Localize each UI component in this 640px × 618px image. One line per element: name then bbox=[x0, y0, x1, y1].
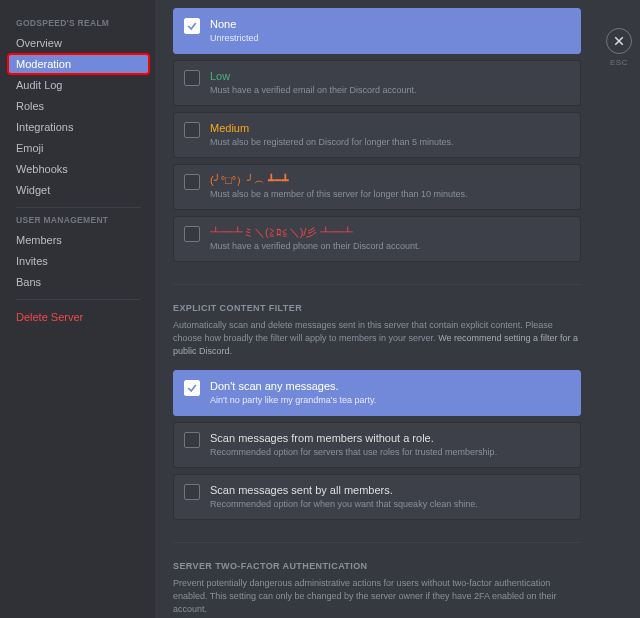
option-title: None bbox=[210, 17, 570, 31]
sidebar-item-audit-log[interactable]: Audit Log bbox=[8, 75, 149, 95]
settings-main: ESC None Unrestricted Low Must have a ve… bbox=[155, 0, 640, 618]
checkbox-icon bbox=[184, 380, 200, 396]
close-icon bbox=[613, 35, 625, 47]
filter-option-no-role[interactable]: Scan messages from members without a rol… bbox=[173, 422, 581, 468]
sidebar-item-invites[interactable]: Invites bbox=[8, 251, 149, 271]
sidebar-item-delete-server[interactable]: Delete Server bbox=[8, 307, 149, 327]
section-separator bbox=[173, 284, 581, 285]
option-title: Don't scan any messages. bbox=[210, 379, 570, 393]
option-title: (╯°□°）╯︵ ┻━┻ bbox=[210, 173, 570, 187]
option-title: Scan messages from members without a rol… bbox=[210, 431, 570, 445]
option-title: Low bbox=[210, 69, 570, 83]
twofa-desc: Prevent potentially dangerous administra… bbox=[173, 577, 581, 616]
filter-option-all[interactable]: Scan messages sent by all members. Recom… bbox=[173, 474, 581, 520]
server-name-heading: GODSPEED'S REALM bbox=[8, 18, 149, 32]
option-title: ┻━┻ミ＼(≧ﾛ≦＼)/彡 ┻━┻ bbox=[210, 225, 570, 239]
verification-option-highest[interactable]: ┻━┻ミ＼(≧ﾛ≦＼)/彡 ┻━┻ Must have a verified p… bbox=[173, 216, 581, 262]
option-desc: Must have a verified email on their Disc… bbox=[210, 85, 570, 97]
sidebar-item-overview[interactable]: Overview bbox=[8, 33, 149, 53]
option-title: Medium bbox=[210, 121, 570, 135]
sidebar-item-emoji[interactable]: Emoji bbox=[8, 138, 149, 158]
twofa-heading: SERVER TWO-FACTOR AUTHENTICATION bbox=[173, 561, 581, 571]
sidebar-separator bbox=[16, 299, 141, 300]
explicit-filter-heading: EXPLICIT CONTENT FILTER bbox=[173, 303, 581, 313]
verification-option-none[interactable]: None Unrestricted bbox=[173, 8, 581, 54]
sidebar-item-widget[interactable]: Widget bbox=[8, 180, 149, 200]
user-management-heading: USER MANAGEMENT bbox=[8, 215, 149, 229]
close-region: ESC bbox=[606, 28, 632, 67]
option-desc: Must also be a member of this server for… bbox=[210, 189, 570, 201]
checkbox-icon bbox=[184, 18, 200, 34]
option-desc: Unrestricted bbox=[210, 33, 570, 45]
option-title: Scan messages sent by all members. bbox=[210, 483, 570, 497]
sidebar-separator bbox=[16, 207, 141, 208]
explicit-filter-desc: Automatically scan and delete messages s… bbox=[173, 319, 581, 358]
sidebar-item-webhooks[interactable]: Webhooks bbox=[8, 159, 149, 179]
checkbox-icon bbox=[184, 432, 200, 448]
option-desc: Recommended option for when you want tha… bbox=[210, 499, 570, 511]
sidebar-item-members[interactable]: Members bbox=[8, 230, 149, 250]
option-desc: Must have a verified phone on their Disc… bbox=[210, 241, 570, 253]
verification-option-high[interactable]: (╯°□°）╯︵ ┻━┻ Must also be a member of th… bbox=[173, 164, 581, 210]
sidebar-item-moderation[interactable]: Moderation bbox=[8, 54, 149, 74]
checkbox-icon bbox=[184, 70, 200, 86]
sidebar-item-roles[interactable]: Roles bbox=[8, 96, 149, 116]
settings-sidebar: GODSPEED'S REALM Overview Moderation Aud… bbox=[0, 0, 155, 618]
checkbox-icon bbox=[184, 174, 200, 190]
sidebar-item-bans[interactable]: Bans bbox=[8, 272, 149, 292]
verification-option-low[interactable]: Low Must have a verified email on their … bbox=[173, 60, 581, 106]
checkbox-icon bbox=[184, 122, 200, 138]
option-desc: Recommended option for servers that use … bbox=[210, 447, 570, 459]
option-desc: Must also be registered on Discord for l… bbox=[210, 137, 570, 149]
checkbox-icon bbox=[184, 484, 200, 500]
checkbox-icon bbox=[184, 226, 200, 242]
filter-option-none[interactable]: Don't scan any messages. Ain't no party … bbox=[173, 370, 581, 416]
sidebar-item-integrations[interactable]: Integrations bbox=[8, 117, 149, 137]
close-button[interactable] bbox=[606, 28, 632, 54]
section-separator bbox=[173, 542, 581, 543]
option-desc: Ain't no party like my grandma's tea par… bbox=[210, 395, 570, 407]
esc-label: ESC bbox=[606, 58, 632, 67]
verification-option-medium[interactable]: Medium Must also be registered on Discor… bbox=[173, 112, 581, 158]
